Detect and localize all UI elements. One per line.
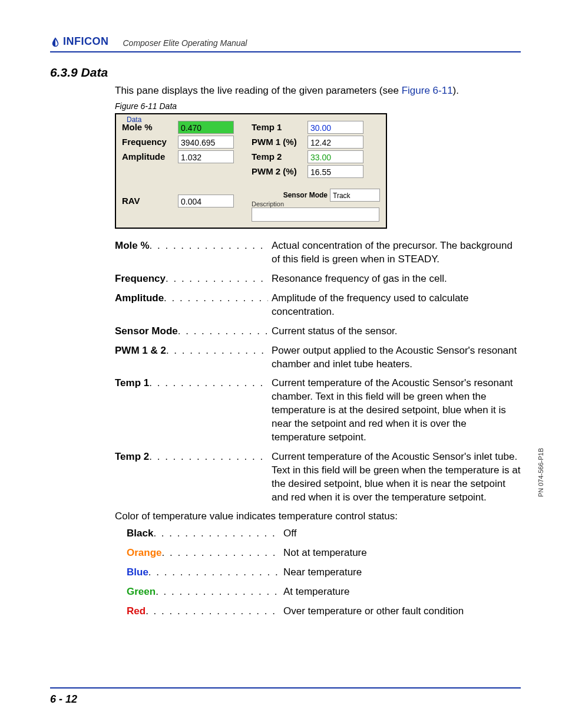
sensor-mode-value: Track bbox=[330, 189, 380, 202]
def-mole-pct: Mole %Actual concentration of the precur… bbox=[115, 239, 521, 266]
intro-text-suffix: ). bbox=[453, 85, 459, 96]
panel-legend: Data bbox=[124, 116, 144, 124]
amplitude-label: Amplitude bbox=[122, 151, 178, 162]
figure-xref-link[interactable]: Figure 6-11 bbox=[402, 85, 453, 96]
temp1-value: 30.00 bbox=[308, 121, 363, 134]
sensor-mode-label: Sensor Mode bbox=[283, 191, 328, 199]
data-panel: Data Mole % 0.470 Temp 1 30.00 Frequency… bbox=[115, 113, 387, 229]
page-header: INFICON Composer Elite Operating Manual bbox=[50, 35, 521, 52]
intro-text-prefix: This pane displays the live reading of t… bbox=[115, 85, 402, 96]
temp1-label: Temp 1 bbox=[252, 122, 308, 132]
temp2-label: Temp 2 bbox=[252, 151, 308, 162]
color-blue: BlueNear temperature bbox=[127, 566, 521, 579]
description-field bbox=[252, 207, 379, 222]
page-number: 6 - 12 bbox=[50, 693, 77, 705]
color-orange: OrangeNot at temperature bbox=[127, 546, 521, 560]
pwm1-value: 12.42 bbox=[308, 136, 363, 149]
color-red: RedOver temperature or other fault condi… bbox=[127, 605, 521, 618]
mole-pct-label: Mole % bbox=[122, 122, 178, 132]
brand-text: INFICON bbox=[63, 35, 109, 48]
mole-pct-value: 0.470 bbox=[178, 121, 234, 134]
figure-caption: Figure 6-11 Data bbox=[115, 101, 521, 111]
brand-logo: INFICON bbox=[50, 35, 109, 48]
droplet-icon bbox=[50, 37, 61, 47]
def-temp1: Temp 1Current temperature of the Acousti… bbox=[115, 377, 521, 444]
def-frequency: FrequencyResonance frequency of gas in t… bbox=[115, 272, 521, 286]
temp2-value: 33.00 bbox=[308, 150, 363, 163]
part-number: PN 074-566-P1B bbox=[537, 448, 544, 497]
color-legend: BlackOff OrangeNot at temperature BlueNe… bbox=[127, 527, 521, 618]
def-amplitude: AmplitudeAmplitude of the frequency used… bbox=[115, 292, 521, 319]
manual-title: Composer Elite Operating Manual bbox=[123, 38, 247, 48]
color-green: GreenAt temperature bbox=[127, 585, 521, 599]
pwm2-value: 16.55 bbox=[308, 165, 363, 178]
section-heading: 6.3.9 Data bbox=[50, 65, 521, 80]
color-intro: Color of temperature value indicates tem… bbox=[115, 510, 521, 522]
def-sensor-mode: Sensor ModeCurrent status of the sensor. bbox=[115, 325, 521, 338]
frequency-value: 3940.695 bbox=[178, 136, 234, 149]
section-intro: This pane displays the live reading of t… bbox=[115, 84, 521, 98]
color-black: BlackOff bbox=[127, 527, 521, 541]
pwm2-label: PWM 2 (%) bbox=[252, 166, 308, 176]
rav-value: 0.004 bbox=[178, 195, 234, 207]
def-pwm: PWM 1 & 2Power output applied to the Aco… bbox=[115, 344, 521, 371]
def-temp2: Temp 2Current temperature of the Acousti… bbox=[115, 450, 521, 505]
amplitude-value: 1.032 bbox=[178, 150, 234, 163]
page-footer: 6 - 12 bbox=[50, 687, 521, 706]
rav-label: RAV bbox=[122, 196, 178, 206]
frequency-label: Frequency bbox=[122, 137, 178, 147]
pwm1-label: PWM 1 (%) bbox=[252, 137, 308, 147]
definition-list: Mole %Actual concentration of the precur… bbox=[115, 239, 521, 505]
